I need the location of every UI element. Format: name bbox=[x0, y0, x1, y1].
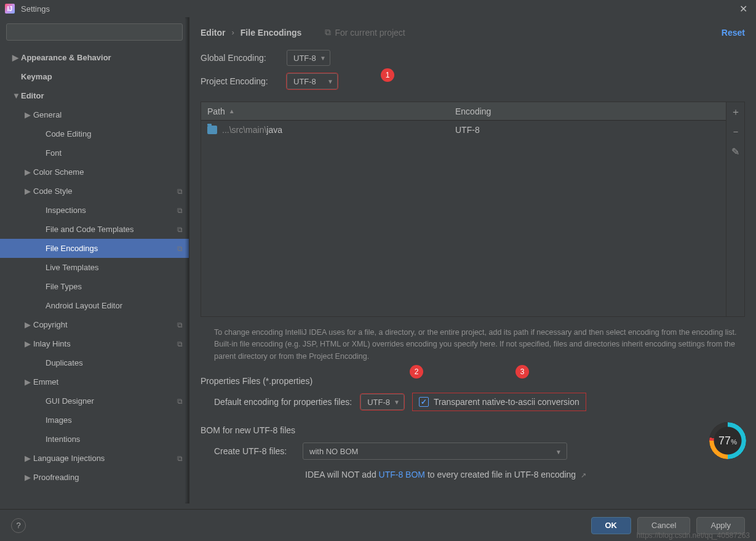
column-encoding[interactable]: Encoding bbox=[449, 106, 726, 116]
settings-tree[interactable]: ▶Appearance & BehaviorKeymap▼Editor▶Gene… bbox=[0, 46, 189, 503]
column-path[interactable]: Path ▲ bbox=[201, 106, 449, 116]
sidebar-item-label: File and Code Templates bbox=[46, 225, 134, 234]
chevron-down-icon: ▼ bbox=[320, 55, 326, 62]
sidebar-item-duplicates[interactable]: Duplicates bbox=[0, 353, 189, 372]
gauge-unit: % bbox=[731, 438, 737, 446]
edit-button[interactable]: ✎ bbox=[726, 142, 745, 161]
sidebar-item-label: Editor bbox=[21, 91, 44, 100]
sidebar-item-intentions[interactable]: Intentions bbox=[0, 430, 189, 449]
copy-icon: ⧉ bbox=[177, 206, 183, 215]
add-button[interactable]: ＋ bbox=[726, 102, 745, 122]
titlebar: IJ Settings ✕ bbox=[0, 0, 756, 17]
scope-text: For current project bbox=[335, 28, 405, 38]
sidebar-item-code-style[interactable]: ▶Code Style⧉ bbox=[0, 182, 189, 201]
sidebar-item-inlay-hints[interactable]: ▶Inlay Hints⧉ bbox=[0, 334, 189, 353]
sidebar-item-copyright[interactable]: ▶Copyright⧉ bbox=[0, 315, 189, 334]
project-encoding-value: UTF-8 bbox=[293, 77, 316, 86]
copy-icon: ⧉ bbox=[177, 340, 183, 348]
sidebar-item-language-injections[interactable]: ▶Language Injections⧉ bbox=[0, 449, 189, 468]
row-encoding[interactable]: UTF-8 bbox=[449, 125, 726, 135]
sidebar-item-inspections[interactable]: Inspections⧉ bbox=[0, 201, 189, 220]
sidebar-item-label: Appearance & Behavior bbox=[21, 53, 111, 62]
sidebar-item-label: Inspections bbox=[46, 206, 86, 215]
ok-button[interactable]: OK bbox=[591, 517, 632, 534]
sidebar-item-appearance-behavior[interactable]: ▶Appearance & Behavior bbox=[0, 48, 189, 67]
annotation-badge-1: 1 bbox=[381, 68, 394, 82]
chevron-down-icon: ▼ bbox=[394, 399, 400, 406]
help-button[interactable]: ? bbox=[11, 518, 26, 533]
sidebar-item-live-templates[interactable]: Live Templates bbox=[0, 258, 189, 277]
transparent-ascii-label: Transparent native-to-ascii conversion bbox=[434, 397, 579, 407]
copy-icon: ⧉ bbox=[325, 27, 331, 38]
path-leaf: java bbox=[266, 125, 282, 135]
bom-combo[interactable]: with NO BOM ▼ bbox=[303, 443, 567, 460]
props-encoding-combo[interactable]: UTF-8 ▼ bbox=[360, 394, 404, 410]
utf8-bom-link[interactable]: UTF-8 BOM bbox=[379, 470, 425, 479]
sidebar-item-editor[interactable]: ▼Editor bbox=[0, 86, 189, 105]
remove-button[interactable]: － bbox=[726, 122, 745, 142]
sidebar-item-label: Code Editing bbox=[46, 129, 91, 138]
search-input[interactable] bbox=[6, 23, 183, 41]
sidebar-item-emmet[interactable]: ▶Emmet bbox=[0, 372, 189, 391]
table-row[interactable]: ...\src\main\java UTF-8 bbox=[201, 121, 726, 139]
sidebar-item-file-and-code-templates[interactable]: File and Code Templates⧉ bbox=[0, 220, 189, 239]
sidebar-item-code-editing[interactable]: Code Editing bbox=[0, 124, 189, 143]
caret-icon: ▶ bbox=[25, 377, 33, 387]
sidebar-item-label: Language Injections bbox=[33, 454, 105, 463]
sidebar-item-label: Inlay Hints bbox=[33, 339, 71, 348]
sidebar-item-label: Images bbox=[46, 415, 72, 425]
copy-icon: ⧉ bbox=[177, 321, 183, 329]
window-title: Settings bbox=[21, 4, 50, 14]
copy-icon: ⧉ bbox=[177, 225, 183, 234]
sidebar-item-color-scheme[interactable]: ▶Color Scheme bbox=[0, 162, 189, 182]
sidebar-item-images[interactable]: Images bbox=[0, 411, 189, 430]
sidebar-item-file-types[interactable]: File Types bbox=[0, 277, 189, 296]
reset-link[interactable]: Reset bbox=[722, 28, 745, 38]
transparent-ascii-checkbox[interactable] bbox=[419, 397, 429, 407]
sidebar-item-keymap[interactable]: Keymap bbox=[0, 67, 189, 86]
chevron-right-icon: › bbox=[231, 28, 234, 37]
sidebar-item-label: Color Scheme bbox=[33, 167, 84, 177]
cancel-button[interactable]: Cancel bbox=[637, 517, 690, 534]
sidebar-item-label: GUI Designer bbox=[46, 396, 94, 406]
global-encoding-value: UTF-8 bbox=[293, 54, 316, 63]
sidebar-item-general[interactable]: ▶General bbox=[0, 105, 189, 124]
chevron-down-icon: ▼ bbox=[327, 78, 333, 85]
hint-text: To change encoding IntelliJ IDEA uses fo… bbox=[201, 323, 745, 371]
caret-icon: ▶ bbox=[25, 454, 33, 463]
gauge-value: 77 bbox=[718, 435, 731, 447]
close-icon[interactable]: ✕ bbox=[736, 3, 751, 15]
external-link-icon: ↗ bbox=[581, 471, 586, 479]
sidebar-item-label: Font bbox=[46, 148, 62, 158]
sidebar-item-proofreading[interactable]: ▶Proofreading bbox=[0, 468, 189, 487]
project-encoding-combo[interactable]: UTF-8 ▼ bbox=[287, 73, 338, 89]
sidebar-item-android-layout-editor[interactable]: Android Layout Editor bbox=[0, 296, 189, 315]
caret-icon: ▶ bbox=[25, 473, 33, 482]
props-encoding-label: Default encoding for properties files: bbox=[214, 397, 352, 407]
column-path-label: Path bbox=[207, 106, 225, 116]
sidebar-item-label: Emmet bbox=[33, 377, 58, 387]
copy-icon: ⧉ bbox=[177, 244, 183, 253]
app-icon: IJ bbox=[5, 4, 15, 14]
sidebar-item-file-encodings[interactable]: File Encodings⧉ bbox=[0, 239, 189, 258]
sidebar-item-font[interactable]: Font bbox=[0, 143, 189, 162]
caret-icon: ▶ bbox=[25, 110, 33, 119]
annotation-badge-2: 2 bbox=[410, 365, 423, 379]
apply-button[interactable]: Apply bbox=[696, 517, 745, 534]
props-encoding-value: UTF-8 bbox=[367, 398, 390, 407]
sidebar-item-label: File Encodings bbox=[46, 244, 98, 253]
profiler-gauge[interactable]: 77% bbox=[709, 422, 746, 459]
caret-icon: ▶ bbox=[25, 339, 33, 348]
encoding-table: Path ▲ Encoding ...\src\main\java UTF-8 … bbox=[201, 102, 745, 317]
sidebar-item-label: Intentions bbox=[46, 435, 80, 444]
copy-icon: ⧉ bbox=[177, 187, 183, 196]
global-encoding-combo[interactable]: UTF-8 ▼ bbox=[287, 50, 330, 66]
project-encoding-label: Project Encoding: bbox=[201, 76, 287, 86]
caret-icon: ▶ bbox=[12, 53, 21, 62]
global-encoding-label: Global Encoding: bbox=[201, 53, 287, 63]
sidebar-item-label: General bbox=[33, 110, 62, 119]
sidebar-item-label: Proofreading bbox=[33, 473, 79, 482]
breadcrumb-editor[interactable]: Editor bbox=[201, 28, 225, 38]
content-panel: Editor › File Encodings ⧉ For current pr… bbox=[189, 17, 756, 503]
sidebar-item-gui-designer[interactable]: GUI Designer⧉ bbox=[0, 391, 189, 411]
